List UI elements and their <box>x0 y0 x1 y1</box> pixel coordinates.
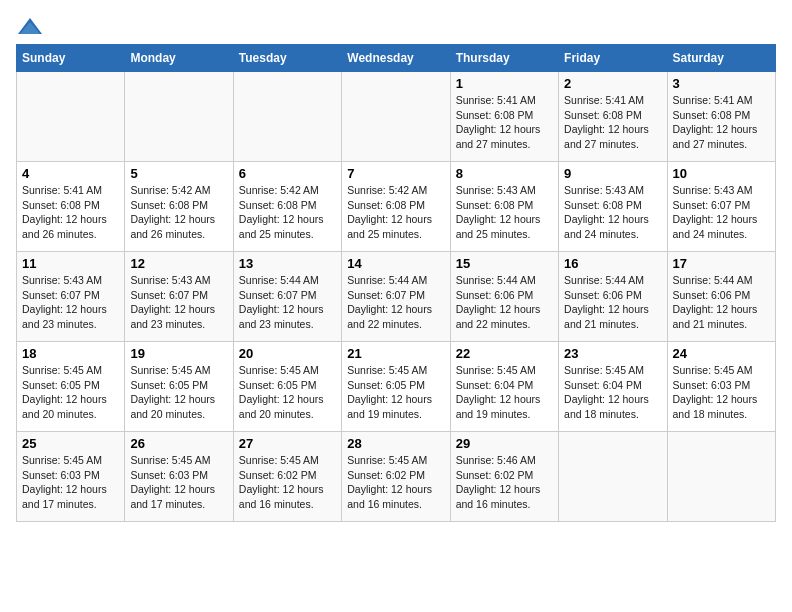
day-number: 3 <box>673 76 770 91</box>
calendar-cell: 15Sunrise: 5:44 AM Sunset: 6:06 PM Dayli… <box>450 252 558 342</box>
day-info: Sunrise: 5:43 AM Sunset: 6:07 PM Dayligh… <box>130 273 227 332</box>
day-info: Sunrise: 5:41 AM Sunset: 6:08 PM Dayligh… <box>564 93 661 152</box>
calendar-cell: 3Sunrise: 5:41 AM Sunset: 6:08 PM Daylig… <box>667 72 775 162</box>
day-number: 23 <box>564 346 661 361</box>
day-info: Sunrise: 5:42 AM Sunset: 6:08 PM Dayligh… <box>347 183 444 242</box>
day-number: 25 <box>22 436 119 451</box>
day-number: 14 <box>347 256 444 271</box>
day-number: 27 <box>239 436 336 451</box>
calendar-cell: 12Sunrise: 5:43 AM Sunset: 6:07 PM Dayli… <box>125 252 233 342</box>
calendar-cell: 19Sunrise: 5:45 AM Sunset: 6:05 PM Dayli… <box>125 342 233 432</box>
calendar-table: SundayMondayTuesdayWednesdayThursdayFrid… <box>16 44 776 522</box>
calendar-cell <box>667 432 775 522</box>
calendar-week-4: 18Sunrise: 5:45 AM Sunset: 6:05 PM Dayli… <box>17 342 776 432</box>
header <box>16 16 776 38</box>
calendar-cell: 5Sunrise: 5:42 AM Sunset: 6:08 PM Daylig… <box>125 162 233 252</box>
day-info: Sunrise: 5:43 AM Sunset: 6:08 PM Dayligh… <box>564 183 661 242</box>
day-number: 9 <box>564 166 661 181</box>
header-cell-sunday: Sunday <box>17 45 125 72</box>
day-info: Sunrise: 5:43 AM Sunset: 6:07 PM Dayligh… <box>22 273 119 332</box>
calendar-cell: 1Sunrise: 5:41 AM Sunset: 6:08 PM Daylig… <box>450 72 558 162</box>
calendar-body: 1Sunrise: 5:41 AM Sunset: 6:08 PM Daylig… <box>17 72 776 522</box>
day-number: 15 <box>456 256 553 271</box>
day-info: Sunrise: 5:45 AM Sunset: 6:05 PM Dayligh… <box>130 363 227 422</box>
day-info: Sunrise: 5:44 AM Sunset: 6:07 PM Dayligh… <box>347 273 444 332</box>
day-info: Sunrise: 5:43 AM Sunset: 6:07 PM Dayligh… <box>673 183 770 242</box>
logo-icon <box>16 16 44 38</box>
day-info: Sunrise: 5:43 AM Sunset: 6:08 PM Dayligh… <box>456 183 553 242</box>
calendar-cell: 16Sunrise: 5:44 AM Sunset: 6:06 PM Dayli… <box>559 252 667 342</box>
calendar-cell: 4Sunrise: 5:41 AM Sunset: 6:08 PM Daylig… <box>17 162 125 252</box>
calendar-week-5: 25Sunrise: 5:45 AM Sunset: 6:03 PM Dayli… <box>17 432 776 522</box>
day-info: Sunrise: 5:44 AM Sunset: 6:06 PM Dayligh… <box>456 273 553 332</box>
calendar-cell: 10Sunrise: 5:43 AM Sunset: 6:07 PM Dayli… <box>667 162 775 252</box>
calendar-cell: 21Sunrise: 5:45 AM Sunset: 6:05 PM Dayli… <box>342 342 450 432</box>
calendar-week-1: 1Sunrise: 5:41 AM Sunset: 6:08 PM Daylig… <box>17 72 776 162</box>
calendar-cell: 6Sunrise: 5:42 AM Sunset: 6:08 PM Daylig… <box>233 162 341 252</box>
day-number: 29 <box>456 436 553 451</box>
calendar-cell: 27Sunrise: 5:45 AM Sunset: 6:02 PM Dayli… <box>233 432 341 522</box>
calendar-header: SundayMondayTuesdayWednesdayThursdayFrid… <box>17 45 776 72</box>
logo <box>16 16 48 38</box>
day-info: Sunrise: 5:45 AM Sunset: 6:04 PM Dayligh… <box>564 363 661 422</box>
calendar-cell <box>342 72 450 162</box>
day-number: 17 <box>673 256 770 271</box>
calendar-cell: 2Sunrise: 5:41 AM Sunset: 6:08 PM Daylig… <box>559 72 667 162</box>
header-cell-monday: Monday <box>125 45 233 72</box>
calendar-cell: 13Sunrise: 5:44 AM Sunset: 6:07 PM Dayli… <box>233 252 341 342</box>
day-info: Sunrise: 5:45 AM Sunset: 6:02 PM Dayligh… <box>239 453 336 512</box>
day-number: 21 <box>347 346 444 361</box>
header-cell-tuesday: Tuesday <box>233 45 341 72</box>
calendar-cell: 18Sunrise: 5:45 AM Sunset: 6:05 PM Dayli… <box>17 342 125 432</box>
day-number: 12 <box>130 256 227 271</box>
calendar-cell: 11Sunrise: 5:43 AM Sunset: 6:07 PM Dayli… <box>17 252 125 342</box>
calendar-cell <box>125 72 233 162</box>
day-number: 19 <box>130 346 227 361</box>
day-number: 26 <box>130 436 227 451</box>
day-number: 16 <box>564 256 661 271</box>
calendar-cell: 8Sunrise: 5:43 AM Sunset: 6:08 PM Daylig… <box>450 162 558 252</box>
calendar-cell <box>17 72 125 162</box>
day-info: Sunrise: 5:44 AM Sunset: 6:07 PM Dayligh… <box>239 273 336 332</box>
calendar-cell <box>233 72 341 162</box>
day-number: 2 <box>564 76 661 91</box>
calendar-cell: 14Sunrise: 5:44 AM Sunset: 6:07 PM Dayli… <box>342 252 450 342</box>
header-cell-saturday: Saturday <box>667 45 775 72</box>
header-cell-wednesday: Wednesday <box>342 45 450 72</box>
header-row: SundayMondayTuesdayWednesdayThursdayFrid… <box>17 45 776 72</box>
day-info: Sunrise: 5:44 AM Sunset: 6:06 PM Dayligh… <box>673 273 770 332</box>
day-number: 5 <box>130 166 227 181</box>
day-info: Sunrise: 5:41 AM Sunset: 6:08 PM Dayligh… <box>456 93 553 152</box>
header-cell-friday: Friday <box>559 45 667 72</box>
calendar-cell: 25Sunrise: 5:45 AM Sunset: 6:03 PM Dayli… <box>17 432 125 522</box>
calendar-cell: 9Sunrise: 5:43 AM Sunset: 6:08 PM Daylig… <box>559 162 667 252</box>
day-info: Sunrise: 5:42 AM Sunset: 6:08 PM Dayligh… <box>239 183 336 242</box>
calendar-cell: 26Sunrise: 5:45 AM Sunset: 6:03 PM Dayli… <box>125 432 233 522</box>
day-number: 22 <box>456 346 553 361</box>
calendar-cell: 28Sunrise: 5:45 AM Sunset: 6:02 PM Dayli… <box>342 432 450 522</box>
day-info: Sunrise: 5:45 AM Sunset: 6:03 PM Dayligh… <box>130 453 227 512</box>
day-info: Sunrise: 5:46 AM Sunset: 6:02 PM Dayligh… <box>456 453 553 512</box>
calendar-week-3: 11Sunrise: 5:43 AM Sunset: 6:07 PM Dayli… <box>17 252 776 342</box>
day-number: 6 <box>239 166 336 181</box>
day-info: Sunrise: 5:45 AM Sunset: 6:05 PM Dayligh… <box>347 363 444 422</box>
day-number: 10 <box>673 166 770 181</box>
day-number: 20 <box>239 346 336 361</box>
day-number: 1 <box>456 76 553 91</box>
calendar-cell: 29Sunrise: 5:46 AM Sunset: 6:02 PM Dayli… <box>450 432 558 522</box>
day-info: Sunrise: 5:45 AM Sunset: 6:05 PM Dayligh… <box>239 363 336 422</box>
day-number: 13 <box>239 256 336 271</box>
day-info: Sunrise: 5:45 AM Sunset: 6:05 PM Dayligh… <box>22 363 119 422</box>
calendar-cell: 17Sunrise: 5:44 AM Sunset: 6:06 PM Dayli… <box>667 252 775 342</box>
day-number: 4 <box>22 166 119 181</box>
day-info: Sunrise: 5:44 AM Sunset: 6:06 PM Dayligh… <box>564 273 661 332</box>
day-number: 7 <box>347 166 444 181</box>
calendar-cell: 22Sunrise: 5:45 AM Sunset: 6:04 PM Dayli… <box>450 342 558 432</box>
day-info: Sunrise: 5:45 AM Sunset: 6:03 PM Dayligh… <box>22 453 119 512</box>
day-info: Sunrise: 5:45 AM Sunset: 6:04 PM Dayligh… <box>456 363 553 422</box>
day-number: 18 <box>22 346 119 361</box>
day-info: Sunrise: 5:45 AM Sunset: 6:03 PM Dayligh… <box>673 363 770 422</box>
day-number: 8 <box>456 166 553 181</box>
day-number: 11 <box>22 256 119 271</box>
header-cell-thursday: Thursday <box>450 45 558 72</box>
